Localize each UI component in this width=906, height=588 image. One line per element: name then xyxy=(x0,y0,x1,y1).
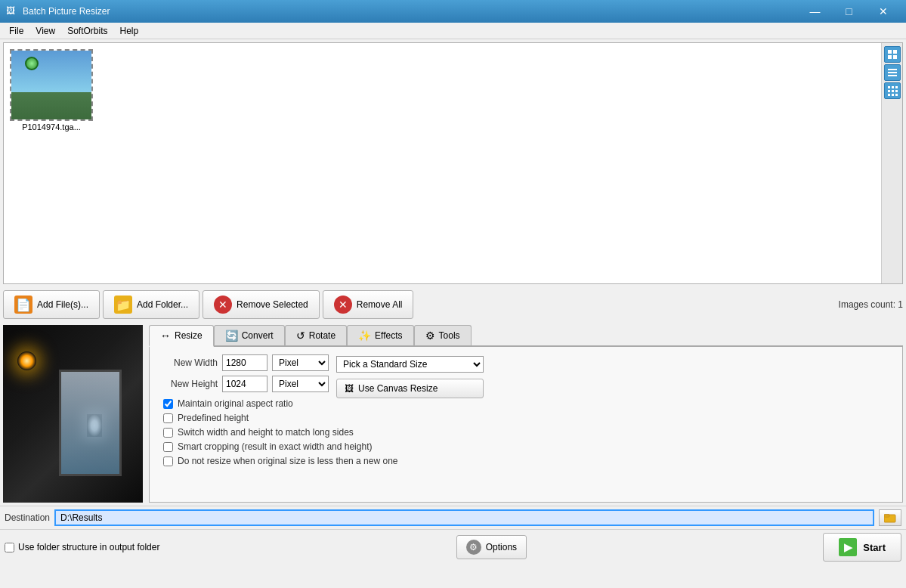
tab-tools-label: Tools xyxy=(439,330,460,341)
width-label: New Width xyxy=(157,357,218,368)
height-unit-select[interactable]: Pixel Percent Inch Cm xyxy=(272,376,329,392)
app-icon: 🖼 xyxy=(6,5,18,17)
menu-view[interactable]: View xyxy=(29,23,61,39)
tab-convert-label: Convert xyxy=(242,330,274,341)
svg-rect-4 xyxy=(888,69,897,70)
file-list: P1014974.tga... xyxy=(4,43,881,283)
menu-softorbits[interactable]: SoftOrbits xyxy=(61,23,113,39)
add-folder-icon: 📁 xyxy=(114,296,132,314)
svg-rect-5 xyxy=(888,72,897,73)
svg-rect-13 xyxy=(888,94,890,96)
maintain-aspect-checkbox[interactable] xyxy=(163,399,173,409)
titlebar: 🖼 Batch Picture Resizer — □ ✕ xyxy=(0,0,906,23)
options-button[interactable]: ⚙ Options xyxy=(456,535,527,559)
destination-input[interactable] xyxy=(54,509,874,526)
smart-cropping-checkbox[interactable] xyxy=(163,442,173,452)
close-button[interactable]: ✕ xyxy=(866,0,900,23)
svg-rect-0 xyxy=(888,50,892,54)
add-folder-button[interactable]: 📁 Add Folder... xyxy=(103,290,199,319)
remove-selected-button[interactable]: ✕ Remove Selected xyxy=(203,290,320,319)
tab-resize-label: Resize xyxy=(175,330,203,341)
tab-resize[interactable]: ↔ Resize xyxy=(149,325,214,347)
no-resize-row: Do not resize when original size is less… xyxy=(157,456,895,466)
add-files-icon: 📄 xyxy=(14,296,32,314)
smart-cropping-row: Smart cropping (result in exact width an… xyxy=(157,441,895,452)
image-preview xyxy=(3,325,143,503)
destination-browse-button[interactable] xyxy=(879,509,901,526)
rotate-tab-icon: ↺ xyxy=(296,330,305,342)
tab-effects-label: Effects xyxy=(375,330,402,341)
file-thumbnail xyxy=(10,49,93,121)
add-files-button[interactable]: 📄 Add File(s)... xyxy=(3,290,100,319)
predefined-height-checkbox[interactable] xyxy=(163,413,173,423)
minimize-button[interactable]: — xyxy=(798,0,832,23)
settings-panel: ↔ Resize 🔄 Convert ↺ Rotate ✨ Effects ⚙ … xyxy=(149,325,903,503)
maximize-button[interactable]: □ xyxy=(832,0,866,23)
switch-dimensions-label: Switch width and height to match long si… xyxy=(178,427,354,438)
gear-icon: ⚙ xyxy=(466,540,481,555)
large-icons-view-button[interactable] xyxy=(884,46,901,63)
predefined-height-label: Predefined height xyxy=(178,413,249,423)
app-title: Batch Picture Resizer xyxy=(23,6,798,17)
add-files-label: Add File(s)... xyxy=(37,299,88,310)
destination-row: Destination xyxy=(0,506,906,529)
menubar: File View SoftOrbits Help xyxy=(0,23,906,39)
start-icon: ▶ xyxy=(839,538,857,556)
effects-tab-icon: ✨ xyxy=(358,330,371,342)
svg-rect-3 xyxy=(893,55,897,59)
svg-rect-9 xyxy=(895,86,898,88)
remove-all-label: Remove All xyxy=(357,299,403,310)
remove-all-icon: ✕ xyxy=(334,296,352,314)
width-input[interactable] xyxy=(222,354,267,371)
folder-structure-checkbox[interactable] xyxy=(5,543,14,552)
remove-selected-icon: ✕ xyxy=(214,296,232,314)
height-row: New Height Pixel Percent Inch Cm xyxy=(157,376,329,392)
start-label: Start xyxy=(863,542,886,553)
standard-size-select[interactable]: Pick a Standard Size xyxy=(336,356,484,373)
svg-rect-6 xyxy=(888,75,897,76)
destination-label: Destination xyxy=(5,512,50,523)
svg-rect-12 xyxy=(895,90,898,92)
svg-rect-10 xyxy=(888,90,890,92)
canvas-resize-icon: 🖼 xyxy=(345,383,354,394)
add-folder-label: Add Folder... xyxy=(137,299,188,310)
view-controls-sidebar xyxy=(881,43,902,283)
tools-tab-icon: ⚙ xyxy=(425,330,435,342)
remove-all-button[interactable]: ✕ Remove All xyxy=(323,290,414,319)
tabs: ↔ Resize 🔄 Convert ↺ Rotate ✨ Effects ⚙ … xyxy=(149,325,903,347)
svg-rect-1 xyxy=(893,50,897,54)
maintain-aspect-row: Maintain original aspect ratio xyxy=(157,398,895,409)
menu-help[interactable]: Help xyxy=(114,23,145,39)
switch-dimensions-row: Switch width and height to match long si… xyxy=(157,427,895,438)
resize-tab-icon: ↔ xyxy=(160,330,171,342)
width-unit-select[interactable]: Pixel Percent Inch Cm xyxy=(272,354,329,371)
grid-view-button[interactable] xyxy=(884,82,901,99)
tab-effects[interactable]: ✨ Effects xyxy=(347,325,413,345)
images-count: Images count: 1 xyxy=(839,299,903,310)
list-view-button[interactable] xyxy=(884,64,901,81)
list-item[interactable]: P1014974.tga... xyxy=(10,49,93,132)
no-resize-checkbox[interactable] xyxy=(163,456,173,466)
smart-cropping-label: Smart cropping (result in exact width an… xyxy=(178,441,372,452)
tab-convert[interactable]: 🔄 Convert xyxy=(214,325,285,345)
file-name: P1014974.tga... xyxy=(22,122,81,132)
svg-rect-7 xyxy=(888,86,890,88)
tab-rotate[interactable]: ↺ Rotate xyxy=(285,325,347,345)
menu-file[interactable]: File xyxy=(3,23,29,39)
svg-rect-11 xyxy=(892,90,894,92)
start-button[interactable]: ▶ Start xyxy=(823,533,901,562)
canvas-resize-button[interactable]: 🖼 Use Canvas Resize xyxy=(336,379,484,398)
svg-rect-8 xyxy=(892,86,894,88)
folder-structure-row: Use folder structure in output folder xyxy=(5,542,159,552)
folder-structure-label: Use folder structure in output folder xyxy=(18,542,159,552)
height-input[interactable] xyxy=(222,376,267,392)
predefined-height-row: Predefined height xyxy=(157,413,895,423)
options-label: Options xyxy=(486,542,517,552)
switch-dimensions-checkbox[interactable] xyxy=(163,428,173,438)
canvas-resize-label: Use Canvas Resize xyxy=(358,383,438,394)
tab-tools[interactable]: ⚙ Tools xyxy=(414,325,472,345)
width-row: New Width Pixel Percent Inch Cm xyxy=(157,354,329,371)
height-label: New Height xyxy=(157,379,218,389)
bottom-panel: ↔ Resize 🔄 Convert ↺ Rotate ✨ Effects ⚙ … xyxy=(0,322,906,506)
tab-rotate-label: Rotate xyxy=(309,330,335,341)
